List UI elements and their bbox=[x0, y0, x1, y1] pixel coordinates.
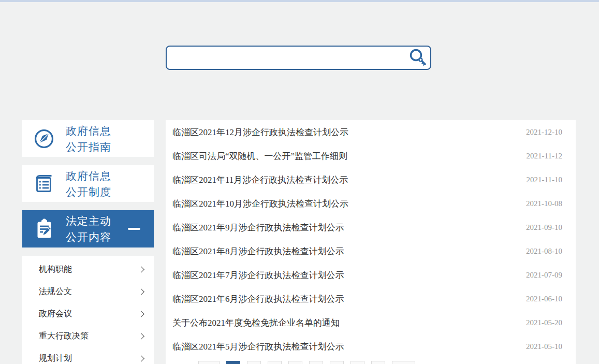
list-item[interactable]: 临淄区司法局“双随机、一公开”监管工作细则 2021-11-12 bbox=[166, 144, 576, 168]
chevron-right-icon bbox=[138, 333, 144, 340]
chevron-right-icon bbox=[138, 311, 144, 317]
submenu-item-planning[interactable]: 规划计划 bbox=[22, 347, 154, 364]
article-list-panel: 临淄区2021年12月涉企行政执法检查计划公示 2021-12-10 临淄区司法… bbox=[166, 120, 576, 364]
pagination-page-button[interactable] bbox=[309, 361, 323, 364]
sidebar-item-label: 政府信息 公开制度 bbox=[66, 168, 111, 200]
list-item[interactable]: 临淄区2021年7月涉企行政执法检查计划公示 2021-07-09 bbox=[166, 263, 576, 287]
chevron-right-icon bbox=[138, 288, 144, 295]
article-date: 2021-09-10 bbox=[526, 223, 562, 232]
pagination-page-button-current[interactable] bbox=[226, 361, 240, 364]
article-date: 2021-05-20 bbox=[526, 318, 562, 327]
article-title[interactable]: 临淄区2021年11月涉企行政执法检查计划公示 bbox=[172, 174, 348, 186]
submenu-item-major-decisions[interactable]: 重大行政决策 bbox=[22, 325, 154, 347]
submenu-item-label: 重大行政决策 bbox=[39, 331, 89, 342]
submenu-item-label: 法规公文 bbox=[39, 286, 72, 297]
pagination-page-button[interactable] bbox=[268, 361, 282, 364]
submenu-item-regulations-documents[interactable]: 法规公文 bbox=[22, 281, 154, 303]
list-item[interactable]: 临淄区2021年12月涉企行政执法检查计划公示 2021-12-10 bbox=[166, 120, 576, 144]
top-accent-bar bbox=[0, 0, 599, 2]
article-date: 2021-10-08 bbox=[526, 199, 562, 208]
list-item[interactable]: 临淄区2021年10月涉企行政执法检查计划公示 2021-10-08 bbox=[166, 192, 576, 215]
submenu-item-government-meetings[interactable]: 政府会议 bbox=[22, 303, 154, 325]
article-date: 2021-06-10 bbox=[526, 295, 562, 303]
submenu-item-label: 规划计划 bbox=[39, 353, 72, 364]
article-title[interactable]: 临淄区2021年12月涉企行政执法检查计划公示 bbox=[172, 126, 348, 138]
pagination-page-button[interactable] bbox=[288, 361, 302, 364]
pagination bbox=[198, 361, 415, 364]
article-title[interactable]: 临淄区2021年6月涉企行政执法检查计划公示 bbox=[172, 293, 344, 305]
article-date: 2021-07-09 bbox=[526, 271, 562, 280]
sidebar-item-gov-info-system[interactable]: 政府信息 公开制度 bbox=[22, 165, 154, 202]
search-button[interactable] bbox=[404, 47, 430, 69]
magnifier-icon bbox=[407, 48, 427, 68]
submenu-item-label: 政府会议 bbox=[39, 309, 72, 319]
pagination-page-button[interactable] bbox=[371, 361, 385, 364]
submenu-item-label: 机构职能 bbox=[39, 264, 72, 275]
list-item[interactable]: 临淄区2021年6月涉企行政执法检查计划公示 2021-06-10 bbox=[166, 287, 576, 311]
article-date: 2021-05-10 bbox=[526, 342, 562, 351]
article-title[interactable]: 临淄区2021年7月涉企行政执法检查计划公示 bbox=[172, 269, 344, 281]
search-box bbox=[166, 46, 431, 70]
article-title[interactable]: 临淄区2021年5月涉企行政执法检查计划公示 bbox=[172, 341, 344, 353]
list-item[interactable]: 关于公布2021年度免检免扰企业名单的通知 2021-05-20 bbox=[166, 311, 576, 334]
list-item[interactable]: 临淄区2021年9月涉企行政执法检查计划公示 2021-09-10 bbox=[166, 215, 576, 239]
list-item[interactable]: 临淄区2021年8月涉企行政执法检查计划公示 2021-08-10 bbox=[166, 239, 576, 263]
sidebar-item-gov-info-guide[interactable]: 政府信息 公开指南 bbox=[22, 120, 154, 157]
chevron-right-icon bbox=[138, 266, 144, 273]
clipboard-pen-icon bbox=[22, 216, 66, 241]
article-title[interactable]: 临淄区2021年8月涉企行政执法检查计划公示 bbox=[172, 245, 344, 257]
article-date: 2021-08-10 bbox=[526, 247, 562, 256]
sidebar-item-label: 政府信息 公开指南 bbox=[66, 123, 111, 155]
collapse-minus-icon[interactable] bbox=[128, 228, 140, 230]
pagination-prev-button[interactable] bbox=[198, 361, 220, 364]
sidebar-item-statutory-disclosure[interactable]: 法定主动 公开内容 bbox=[22, 210, 154, 247]
article-date: 2021-11-12 bbox=[527, 152, 562, 161]
list-item[interactable]: 临淄区2021年5月涉企行政执法检查计划公示 2021-05-10 bbox=[166, 334, 576, 358]
article-date: 2021-12-10 bbox=[526, 128, 562, 137]
article-title[interactable]: 关于公布2021年度免检免扰企业名单的通知 bbox=[172, 317, 340, 329]
sidebar-submenu: 机构职能 法规公文 政府会议 重大行政决策 规划计划 bbox=[22, 256, 154, 364]
article-title[interactable]: 临淄区司法局“双随机、一公开”监管工作细则 bbox=[172, 150, 347, 162]
gov-info-disclosure-page: { "colors": { "primary_blue": "#2d6aa8",… bbox=[0, 0, 599, 364]
list-item[interactable]: 临淄区2021年11月涉企行政执法检查计划公示 2021-11-10 bbox=[166, 168, 576, 192]
article-title[interactable]: 临淄区2021年9月涉企行政执法检查计划公示 bbox=[172, 222, 344, 234]
pagination-page-button[interactable] bbox=[330, 361, 344, 364]
sidebar-item-label: 法定主动 公开内容 bbox=[66, 213, 111, 245]
sidebar: 政府信息 公开指南 政府信息 公开制度 bbox=[22, 120, 154, 364]
article-date: 2021-11-10 bbox=[527, 176, 562, 184]
submenu-item-organization-functions[interactable]: 机构职能 bbox=[22, 258, 154, 281]
pagination-page-button[interactable] bbox=[350, 361, 364, 364]
compass-icon bbox=[22, 126, 66, 151]
pagination-next-button[interactable] bbox=[392, 361, 415, 364]
document-list-icon bbox=[22, 171, 66, 196]
pagination-page-button[interactable] bbox=[247, 361, 261, 364]
search-input[interactable] bbox=[167, 47, 404, 69]
article-title[interactable]: 临淄区2021年10月涉企行政执法检查计划公示 bbox=[172, 198, 348, 210]
chevron-right-icon bbox=[138, 355, 144, 362]
